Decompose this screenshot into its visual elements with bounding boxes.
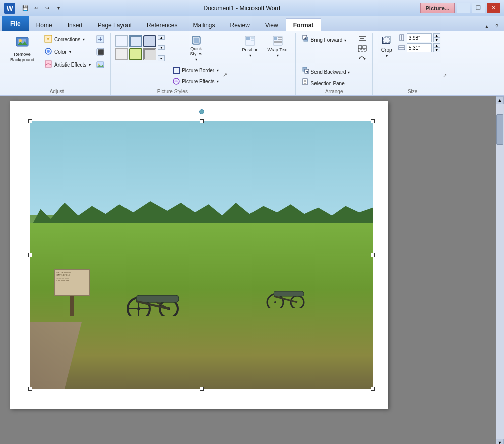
undo-button[interactable]: ↩ (31, 3, 41, 13)
window-title: Document1 - Microsoft Word (64, 5, 420, 12)
image-container[interactable]: GETTYSBURGBATTLEFIELD— — — — —Civil War … (30, 121, 373, 389)
height-spinner: ▲ ▼ (433, 33, 440, 42)
style-2[interactable] (129, 35, 142, 47)
tab-mailings[interactable]: Mailings (185, 18, 222, 31)
picture-border-button[interactable]: Picture Border ▾ (170, 65, 221, 75)
style-3[interactable] (143, 35, 156, 47)
vertical-scrollbar: ▲ ▼ ⊕ (496, 96, 504, 444)
send-backward-button[interactable]: ▼ Send Backward ▾ (300, 65, 355, 76)
style-scroll-up[interactable]: ▲ (158, 35, 165, 40)
height-decrement[interactable]: ▼ (433, 38, 440, 42)
arrange-group: ▲ Bring Forward ▾ (296, 33, 373, 95)
change-picture-button[interactable] (94, 58, 106, 71)
rotate-button[interactable] (356, 54, 368, 65)
handle-bottom-right[interactable] (371, 387, 375, 391)
maximize-button[interactable]: ❐ (472, 3, 485, 13)
scroll-down-button[interactable]: ▼ (496, 439, 504, 444)
quick-styles-arrow: ▾ (195, 57, 197, 62)
cannon-1-svg (126, 276, 192, 316)
sky (30, 121, 373, 215)
scrollbar-thumb[interactable] (496, 114, 503, 145)
picture-styles-expand[interactable]: ↗ (223, 72, 230, 79)
handle-bottom-middle[interactable] (200, 387, 204, 391)
handle-top-left[interactable] (28, 119, 32, 123)
ribbon: File Home Insert Page Layout References … (0, 16, 504, 96)
height-increment[interactable]: ▲ (433, 33, 440, 38)
bring-forward-label: Bring Forward (310, 37, 342, 43)
ribbon-content: RemoveBackground ☀ Corrections ▾ (0, 31, 504, 95)
adjust-extra: ⬛ (94, 33, 106, 71)
size-inputs: ▲ ▼ ▲ ▼ (398, 33, 440, 52)
crop-button[interactable]: Crop ▾ (377, 33, 396, 60)
word-icon: W (4, 3, 15, 14)
selection-pane-label: Selection Pane (310, 81, 344, 86)
style-1[interactable] (115, 35, 128, 47)
svg-text:⬛: ⬛ (98, 49, 104, 55)
compress-button[interactable]: ⬛ (94, 46, 106, 58)
adjust-col: ☀ Corrections ▾ Color (42, 33, 93, 71)
group-button[interactable] (356, 44, 368, 54)
tab-references[interactable]: References (139, 18, 185, 31)
picture-effects-button[interactable]: Picture Effects ▾ (170, 76, 221, 86)
style-scroll-down[interactable]: ▼ (158, 45, 165, 50)
height-input[interactable] (407, 33, 432, 42)
svg-rect-52 (384, 38, 390, 43)
selection-pane-button[interactable]: Selection Pane (300, 77, 355, 88)
svg-text:▼: ▼ (305, 70, 309, 74)
handle-middle-left[interactable] (28, 253, 32, 257)
svg-rect-22 (246, 37, 250, 40)
handle-top-right[interactable] (371, 119, 375, 123)
scroll-up-button[interactable]: ▲ (496, 96, 504, 104)
qat-dropdown[interactable]: ▾ (53, 3, 64, 13)
style-6[interactable] (143, 48, 156, 60)
send-backward-label: Send Backward (310, 69, 346, 75)
artistic-effects-icon (44, 60, 52, 69)
style-nav: ▲ ▼ ▾ (158, 35, 165, 61)
redo-button[interactable]: ↪ (42, 3, 52, 13)
size-group: Crop ▾ ▲ ▼ (373, 33, 453, 95)
style-4[interactable] (115, 48, 128, 60)
corrections-button[interactable]: ☀ Corrections ▾ (42, 33, 93, 45)
rotation-handle[interactable] (199, 109, 204, 114)
color-button[interactable]: Color ▾ (42, 46, 93, 58)
close-button[interactable]: ✕ (487, 3, 500, 13)
tab-home[interactable]: Home (29, 18, 60, 31)
bring-forward-button[interactable]: ▲ Bring Forward ▾ (300, 33, 355, 65)
handle-middle-right[interactable] (371, 253, 375, 257)
minimize-button[interactable]: — (457, 3, 470, 13)
cannon-image: GETTYSBURGBATTLEFIELD— — — — —Civil War … (30, 121, 373, 389)
size-expand[interactable]: ↗ (443, 73, 449, 79)
picture-styles-label: Picture Styles (115, 88, 230, 95)
quick-styles-label: QuickStyles (190, 46, 203, 56)
save-button[interactable]: 💾 (20, 3, 30, 13)
tab-file[interactable]: File (2, 16, 29, 31)
color-icon (44, 47, 52, 56)
align-button[interactable] (356, 33, 368, 43)
help-button[interactable]: ? (492, 21, 502, 31)
style-5[interactable] (129, 48, 142, 60)
picture-tab[interactable]: Picture... (420, 3, 455, 13)
width-increment[interactable]: ▲ (433, 43, 440, 48)
width-input[interactable] (407, 43, 432, 52)
sharpen-button[interactable] (94, 33, 106, 45)
handle-top-middle[interactable] (200, 119, 204, 123)
svg-rect-38 (363, 46, 366, 49)
remove-background-button[interactable]: RemoveBackground (7, 33, 37, 65)
tab-view[interactable]: View (258, 18, 286, 31)
svg-rect-26 (274, 37, 277, 40)
quick-styles-button[interactable]: QuickStyles ▾ (170, 33, 221, 64)
handle-bottom-left[interactable] (28, 387, 32, 391)
tab-page-layout[interactable]: Page Layout (90, 18, 139, 31)
tab-insert[interactable]: Insert (60, 18, 90, 31)
tab-format[interactable]: Format (286, 18, 322, 31)
artistic-effects-button[interactable]: Artistic Effects ▾ (42, 58, 93, 71)
position-button[interactable]: Position ▾ (238, 33, 262, 60)
tab-review[interactable]: Review (222, 18, 257, 31)
ribbon-collapse-button[interactable]: ▲ (482, 21, 492, 31)
sign-board: GETTYSBURGBATTLEFIELD— — — — —Civil War … (54, 269, 90, 296)
cannon-2-svg (266, 278, 311, 308)
style-more[interactable]: ▾ (158, 55, 165, 61)
document-area[interactable]: GETTYSBURGBATTLEFIELD— — — — —Civil War … (0, 96, 496, 444)
wrap-text-button[interactable]: Wrap Text ▾ (264, 33, 291, 60)
width-decrement[interactable]: ▼ (433, 48, 440, 52)
